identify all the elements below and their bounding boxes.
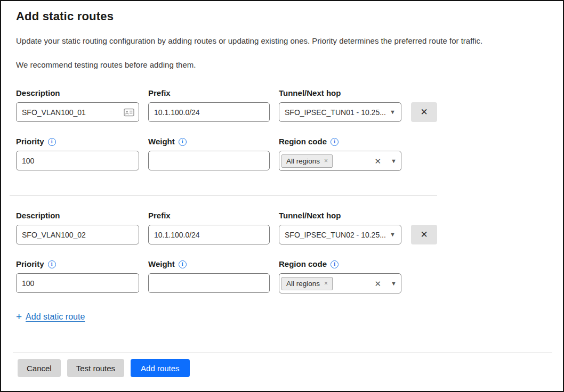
prefix-label: Prefix (148, 211, 270, 220)
tunnel-line-2: Tunnel/Next hop SFO_IPSEC_TUN02 - 10.25.… (279, 211, 437, 244)
description-label: Description (16, 88, 139, 97)
tunnel-label: Tunnel/Next hop (279, 211, 401, 220)
info-icon[interactable]: i (179, 138, 187, 146)
region-code-label: Region code (279, 137, 327, 146)
weight-input-2[interactable] (148, 273, 270, 293)
prefix-field-group-2: Prefix (148, 211, 270, 244)
prefix-input-1[interactable] (148, 102, 270, 122)
info-icon[interactable]: i (179, 260, 187, 268)
region-multiselect-2[interactable]: All regions × ✕ ▼ (279, 273, 401, 293)
contact-card-icon[interactable] (124, 108, 134, 117)
cancel-button[interactable]: Cancel (18, 359, 61, 377)
section-divider (10, 195, 437, 196)
page-title: Add static routes (16, 10, 548, 23)
priority-label: Priority (16, 137, 44, 146)
tunnel-select-1[interactable]: SFO_IPSEC_TUN01 - 10.25... ▼ (279, 102, 401, 122)
info-icon[interactable]: i (331, 260, 339, 268)
chevron-down-icon: ▼ (390, 232, 396, 238)
add-static-route-label: Add static route (26, 312, 85, 322)
tag-remove-icon[interactable]: × (324, 158, 328, 164)
tunnel-line-1: Tunnel/Next hop SFO_IPSEC_TUN01 - 10.25.… (279, 88, 437, 122)
description-input-1[interactable] (16, 102, 139, 122)
dialog-footer: Cancel Test routes Add routes (1, 352, 563, 391)
priority-input-2[interactable] (16, 273, 139, 293)
add-static-route-link[interactable]: + Add static route (16, 312, 85, 322)
route-section-2: Description Prefix Tunnel/Next hop SFO_I… (16, 211, 548, 293)
weight-label: Weight (148, 137, 175, 146)
tunnel-label: Tunnel/Next hop (279, 88, 401, 97)
description-field-group-1: Description (16, 88, 139, 122)
prefix-field-group-1: Prefix (148, 88, 270, 122)
intro-text: Update your static routing configuration… (16, 36, 548, 45)
chevron-down-icon: ▼ (390, 109, 396, 115)
plus-icon: + (16, 312, 22, 322)
region-tag-label: All regions (286, 157, 320, 165)
remove-route-button-2[interactable]: ✕ (411, 225, 437, 244)
tunnel-selected-value: SFO_IPSEC_TUN01 - 10.25... (285, 108, 385, 117)
remove-route-button-1[interactable]: ✕ (411, 102, 437, 122)
priority-field-group-2: Priority i (16, 259, 139, 293)
region-field-group-1: Region code i All regions × ✕ ▼ (279, 137, 401, 171)
region-tag-label: All regions (286, 280, 320, 288)
description-input-2[interactable] (16, 225, 139, 244)
description-label: Description (16, 211, 139, 220)
description-field-group-2: Description (16, 211, 139, 244)
info-icon[interactable]: i (48, 138, 56, 146)
tunnel-field-group-1: Tunnel/Next hop SFO_IPSEC_TUN01 - 10.25.… (279, 88, 401, 122)
clear-selection-icon[interactable]: ✕ (375, 157, 387, 165)
add-routes-button[interactable]: Add routes (131, 359, 190, 377)
weight-label: Weight (148, 259, 175, 268)
tunnel-field-group-2: Tunnel/Next hop SFO_IPSEC_TUN02 - 10.25.… (279, 211, 401, 244)
info-icon[interactable]: i (331, 138, 339, 146)
region-field-group-2: Region code i All regions × ✕ ▼ (279, 259, 401, 293)
clear-selection-icon[interactable]: ✕ (375, 280, 387, 288)
test-routes-button[interactable]: Test routes (67, 359, 124, 377)
chevron-down-icon: ▼ (391, 281, 397, 287)
region-multiselect-1[interactable]: All regions × ✕ ▼ (279, 151, 401, 171)
region-code-label: Region code (279, 259, 327, 268)
weight-field-group-2: Weight i (148, 259, 270, 293)
region-tag: All regions × (281, 154, 333, 168)
chevron-down-icon: ▼ (391, 158, 397, 164)
recommendation-text: We recommend testing routes before addin… (16, 60, 548, 69)
tunnel-selected-value: SFO_IPSEC_TUN02 - 10.25... (285, 231, 385, 239)
prefix-input-2[interactable] (148, 225, 270, 244)
info-icon[interactable]: i (48, 260, 56, 268)
region-tag: All regions × (281, 277, 333, 290)
weight-field-group-1: Weight i (148, 137, 270, 170)
priority-input-1[interactable] (16, 151, 139, 170)
weight-input-1[interactable] (148, 151, 270, 170)
route-section-1: Description (16, 88, 548, 171)
priority-field-group-1: Priority i (16, 137, 139, 170)
priority-label: Priority (16, 259, 44, 268)
add-static-routes-dialog: Add static routes Update your static rou… (0, 0, 564, 392)
prefix-label: Prefix (148, 88, 270, 97)
tunnel-select-2[interactable]: SFO_IPSEC_TUN02 - 10.25... ▼ (279, 225, 401, 244)
tag-remove-icon[interactable]: × (324, 280, 328, 287)
